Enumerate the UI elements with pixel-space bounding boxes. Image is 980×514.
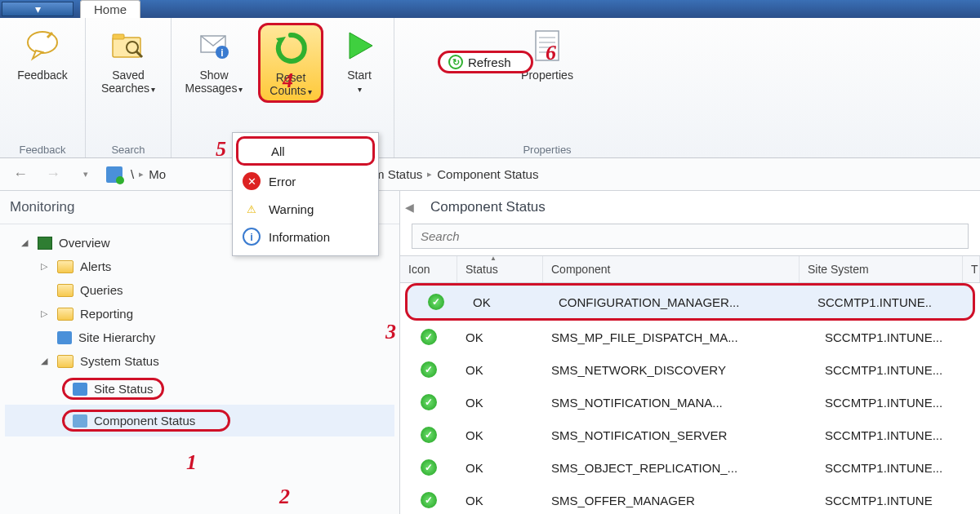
nav-forward-button[interactable]: →	[41, 164, 65, 185]
ribbon: Feedback Feedback Saved Searches▾ Search…	[0, 18, 980, 158]
tree-component-status-label: Component Status	[94, 414, 195, 428]
collapse-content-icon[interactable]: ◀	[400, 194, 419, 220]
menu-item-information[interactable]: i Information	[233, 223, 378, 250]
menu-item-information-label: Information	[269, 230, 330, 244]
row-component-cell: CONFIGURATION_MANAGER...	[550, 290, 809, 314]
folder-icon	[57, 260, 74, 273]
row-status-cell: OK	[457, 423, 543, 447]
menu-item-all[interactable]: All	[236, 136, 375, 166]
tree-site-hierarchy-label: Site Hierarchy	[78, 330, 155, 344]
title-bar: ▾ Home	[0, 0, 980, 18]
refresh-button[interactable]: ↻ Refresh	[438, 51, 533, 73]
show-messages-button[interactable]: i Show Messages▾	[181, 23, 247, 98]
tree-alerts-label: Alerts	[80, 259, 111, 273]
svg-text:i: i	[220, 47, 223, 59]
tree-system-status-label: System Status	[80, 354, 159, 368]
group-label-properties: Properties	[523, 140, 571, 156]
table-row[interactable]: ✓OKSMS_OFFER_MANAGERSCCMTP1.INTUNE	[400, 484, 980, 514]
warning-icon: ⚠	[243, 200, 261, 218]
feedback-button[interactable]: Feedback	[10, 23, 75, 85]
tree-alerts[interactable]: ▷ Alerts	[5, 255, 394, 278]
reset-counts-button[interactable]: Reset Counts▾	[258, 23, 323, 103]
system-menu-button[interactable]: ▾	[2, 2, 74, 16]
table-row[interactable]: ✓OKSMS_OBJECT_REPLICATION_...SCCMTP1.INT…	[400, 451, 980, 484]
col-component[interactable]: Component	[543, 256, 800, 282]
table-body: ✓OKCONFIGURATION_MANAGER...SCCMTP1.INTUN…	[400, 283, 980, 514]
row-icon-cell: ✓	[400, 357, 457, 383]
site-status-icon	[73, 383, 87, 396]
col-t[interactable]: T	[963, 256, 980, 282]
content-title: Component Status	[419, 191, 557, 224]
folder-search-icon	[57, 284, 74, 297]
table-row[interactable]: ✓OKSMS_NOTIFICATION_MANA...SCCMTP1.INTUN…	[400, 386, 980, 419]
row-status-cell: OK	[457, 391, 543, 414]
refresh-small-icon: ↻	[448, 55, 463, 69]
main-split: Monitoring ◢ Overview ▷ Alerts Queries ▷…	[0, 191, 980, 514]
tree-site-hierarchy[interactable]: Site Hierarchy	[5, 326, 394, 349]
row-component-cell: SMS_MP_FILE_DISPATCH_MA...	[543, 326, 817, 349]
nav-tree: ◢ Overview ▷ Alerts Queries ▷ Reporting	[0, 224, 399, 443]
col-site-system[interactable]: Site System	[800, 256, 963, 282]
refresh-circle-icon	[271, 29, 310, 68]
row-icon-cell: ✓	[408, 289, 465, 315]
col-status[interactable]: Status	[457, 256, 543, 282]
tree-site-status[interactable]: Site Status	[5, 373, 394, 405]
expand-icon[interactable]: ▷	[41, 308, 51, 319]
tree-queries-label: Queries	[80, 283, 123, 297]
collapse-icon[interactable]: ◢	[41, 356, 51, 366]
tree-queries[interactable]: Queries	[5, 278, 394, 302]
information-icon: i	[243, 228, 261, 246]
folder-icon	[57, 308, 74, 321]
tree-reporting-label: Reporting	[80, 307, 133, 321]
row-site-cell: SCCMTP1.INTUNE..	[809, 290, 973, 314]
ok-status-icon: ✓	[421, 329, 437, 345]
chevron-right-icon: ▸	[427, 169, 432, 179]
crumb-component-status[interactable]: Component Status	[437, 167, 538, 181]
ribbon-group-properties: Properties Properties	[501, 18, 594, 157]
folder-icon	[57, 355, 74, 368]
collapse-icon[interactable]: ◢	[21, 237, 31, 248]
expand-icon[interactable]: ▷	[41, 261, 51, 272]
menu-item-error[interactable]: ✕ Error	[233, 167, 378, 195]
start-label: Start▾	[347, 69, 372, 95]
envelope-info-icon: i	[194, 26, 234, 65]
nav-back-button[interactable]: ←	[8, 164, 33, 185]
tree-system-status[interactable]: ◢ System Status	[5, 349, 394, 373]
menu-item-all-label: All	[271, 144, 285, 158]
svg-rect-8	[536, 31, 559, 60]
nav-dropdown-button[interactable]: ▾	[74, 164, 98, 185]
row-icon-cell: ✓	[400, 422, 457, 448]
hierarchy-icon	[57, 331, 72, 344]
menu-item-warning-label: Warning	[269, 202, 314, 216]
folder-search-icon	[109, 26, 148, 65]
tab-home[interactable]: Home	[80, 0, 140, 18]
tree-site-status-label: Site Status	[94, 382, 154, 396]
row-status-cell: OK	[465, 290, 550, 314]
search-input[interactable]	[412, 224, 969, 249]
group-label-search: Search	[111, 140, 145, 156]
blank-icon	[245, 142, 263, 160]
ok-status-icon: ✓	[421, 427, 437, 443]
menu-item-warning[interactable]: ⚠ Warning	[233, 195, 378, 223]
row-component-cell: SMS_NOTIFICATION_MANA...	[543, 391, 817, 414]
start-button[interactable]: Start▾	[335, 23, 384, 98]
table-header: Icon Status Component Site System T	[400, 255, 980, 283]
menu-item-error-label: Error	[269, 175, 296, 188]
tree-component-status[interactable]: Component Status	[5, 405, 394, 436]
table-row[interactable]: ✓OKSMS_NOTIFICATION_SERVERSCCMTP1.INTUNE…	[400, 419, 980, 451]
monitoring-icon	[106, 166, 122, 183]
speech-bubble-icon	[23, 26, 62, 65]
row-component-cell: SMS_OFFER_MANAGER	[543, 489, 817, 512]
row-component-cell: SMS_NOTIFICATION_SERVER	[543, 423, 817, 447]
table-row[interactable]: ✓OKSMS_MP_FILE_DISPATCH_MA...SCCMTP1.INT…	[400, 321, 980, 353]
table-row[interactable]: ✓OKCONFIGURATION_MANAGER...SCCMTP1.INTUN…	[405, 283, 975, 321]
row-site-cell: SCCMTP1.INTUNE...	[817, 423, 980, 447]
tree-reporting[interactable]: ▷ Reporting	[5, 302, 394, 326]
table-row[interactable]: ✓OKSMS_NETWORK_DISCOVERYSCCMTP1.INTUNE..…	[400, 353, 980, 386]
ok-status-icon: ✓	[421, 492, 437, 508]
overview-icon	[38, 237, 52, 250]
crumb-mo: Mo	[149, 167, 166, 181]
saved-searches-button[interactable]: Saved Searches▾	[96, 23, 161, 98]
row-site-cell: SCCMTP1.INTUNE...	[817, 358, 980, 382]
col-icon[interactable]: Icon	[400, 256, 457, 282]
